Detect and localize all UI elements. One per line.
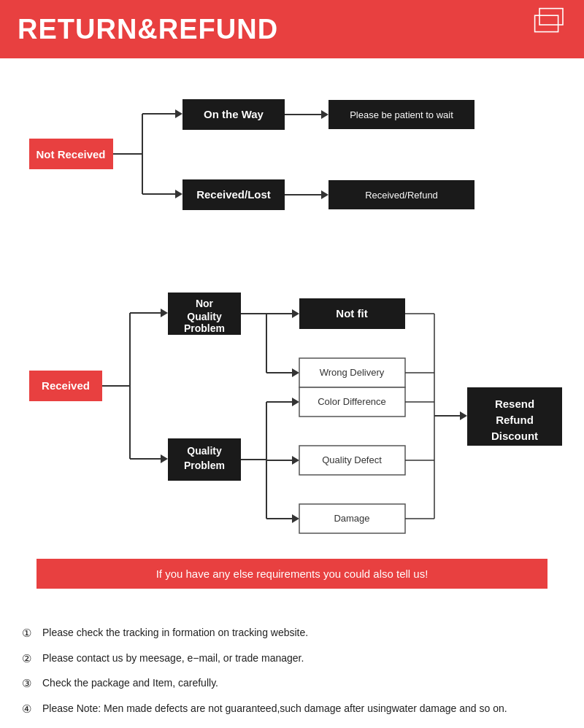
color-difference-label: Color Difference xyxy=(318,396,386,407)
patient-wait-label: Please be patient to wait xyxy=(350,109,453,120)
info-bar-text: If you have any else requirements you co… xyxy=(156,568,429,580)
svg-rect-0 xyxy=(539,9,563,25)
svg-marker-37 xyxy=(292,398,299,406)
main-content: Not Received On the Way Please be patien… xyxy=(0,58,584,618)
bottom-flow-svg: Received Nor Quality Problem Quality Pro… xyxy=(22,243,577,549)
svg-marker-9 xyxy=(321,110,328,119)
svg-marker-15 xyxy=(321,190,328,199)
note-text-1: Please check the tracking in formation o… xyxy=(42,625,308,640)
svg-marker-21 xyxy=(161,309,168,317)
note-text-3: Check the package and Item, carefully. xyxy=(42,675,218,691)
nor-quality-label-3: Problem xyxy=(184,322,225,334)
quality-defect-label: Quality Defect xyxy=(322,454,382,465)
svg-marker-6 xyxy=(175,109,182,118)
wrong-delivery-label: Wrong Delivery xyxy=(320,367,385,378)
on-the-way-label: On the Way xyxy=(204,108,264,120)
damage-label: Damage xyxy=(334,513,369,524)
svg-rect-1 xyxy=(535,15,558,31)
note-text-4: Please Note: Men made defects are not gu… xyxy=(42,701,507,716)
svg-marker-24 xyxy=(161,454,168,463)
received-label: Received xyxy=(42,379,90,392)
note-item-2: ② Please contact us by meesage, e−mail, … xyxy=(22,651,562,667)
nor-quality-label-2: Quality xyxy=(187,311,222,322)
note-item-4: ④ Please Note: Men made defects are not … xyxy=(22,701,562,718)
svg-marker-40 xyxy=(292,456,299,465)
not-received-label: Not Received xyxy=(36,148,105,160)
note-number-2: ② xyxy=(22,651,42,667)
info-bar: If you have any else requirements you co… xyxy=(36,559,548,589)
top-flow-svg: Not Received On the Way Please be patien… xyxy=(22,73,569,233)
note-item-1: ① Please check the tracking in formation… xyxy=(22,625,562,642)
quality-problem-label-2: Problem xyxy=(184,460,225,471)
svg-marker-52 xyxy=(460,411,467,420)
header: RETURN&REFUND xyxy=(0,0,584,58)
received-refund-label: Received/Refund xyxy=(365,190,438,201)
svg-marker-32 xyxy=(292,368,299,377)
notes-section: ① Please check the tracking in formation… xyxy=(0,618,584,728)
svg-marker-12 xyxy=(175,190,182,198)
nor-quality-label-1: Nor xyxy=(196,298,214,309)
note-number-3: ③ xyxy=(22,675,42,692)
corner-decoration xyxy=(533,7,569,36)
quality-problem-label-1: Quality xyxy=(187,445,222,457)
note-item-3: ③ Check the package and Item, carefully. xyxy=(22,675,562,692)
note-number-1: ① xyxy=(22,625,42,642)
resend-refund-label-1: Resend xyxy=(495,398,534,410)
not-fit-label: Not fit xyxy=(336,307,367,320)
page-title: RETURN&REFUND xyxy=(18,14,278,45)
resend-refund-label-2: Refund xyxy=(496,414,534,426)
svg-marker-43 xyxy=(292,514,299,523)
resend-refund-label-3: Discount xyxy=(491,430,538,442)
not-received-diagram: Not Received On the Way Please be patien… xyxy=(22,73,562,236)
note-number-4: ④ xyxy=(22,701,42,718)
note-text-2: Please contact us by meesage, e−mail, or… xyxy=(42,651,304,666)
received-diagram: Received Nor Quality Problem Quality Pro… xyxy=(22,243,562,551)
received-lost-label: Received/Lost xyxy=(196,188,271,201)
svg-marker-29 xyxy=(292,309,299,318)
